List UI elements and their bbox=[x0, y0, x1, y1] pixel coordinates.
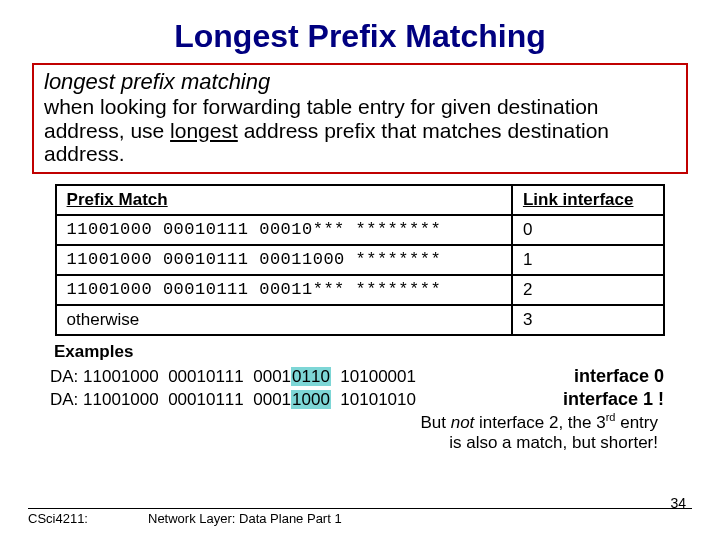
note-line2: is also a match, but shorter! bbox=[449, 433, 658, 452]
slide-footer: CSci4211: Network Layer: Data Plane Part… bbox=[28, 508, 692, 526]
note-ital: not bbox=[451, 413, 475, 432]
note-line1: But not interface 2, the 3rd entry bbox=[420, 413, 658, 432]
iface-cell: 0 bbox=[512, 215, 665, 245]
note-sup: rd bbox=[606, 412, 616, 424]
example-row: DA: 11001000 00010111 00010110 10100001 … bbox=[50, 366, 692, 387]
example-bits-pre: 11001000 00010111 0001 bbox=[83, 390, 291, 409]
iface-cell: 3 bbox=[512, 305, 665, 335]
definition-box: longest prefix matching when looking for… bbox=[32, 63, 688, 174]
example-bits-post: 10101010 bbox=[331, 390, 416, 409]
table-header-row: Prefix Match Link interface bbox=[56, 185, 665, 215]
example-highlight: 1000 bbox=[291, 390, 331, 409]
footer-page-number: 34 bbox=[670, 495, 686, 511]
prefix-cell: 11001000 00010111 00011000 ******** bbox=[56, 245, 512, 275]
footer-center: Network Layer: Data Plane Part 1 bbox=[148, 511, 342, 526]
example-da: DA: 11001000 00010111 00010110 10100001 bbox=[50, 367, 416, 387]
example-answer: interface 0 bbox=[574, 366, 692, 387]
table-row: 11001000 00010111 00010*** ******** 0 bbox=[56, 215, 665, 245]
example-bits-pre: 11001000 00010111 0001 bbox=[83, 367, 291, 386]
note-post: interface 2, the 3 bbox=[474, 413, 605, 432]
table-row: 11001000 00010111 00011*** ******** 2 bbox=[56, 275, 665, 305]
table-row: otherwise 3 bbox=[56, 305, 665, 335]
definition-body: when looking for forwarding table entry … bbox=[44, 95, 676, 166]
example-highlight: 0110 bbox=[291, 367, 331, 386]
example-label: DA: bbox=[50, 390, 83, 409]
prefix-cell: otherwise bbox=[56, 305, 512, 335]
definition-heading: longest prefix matching bbox=[44, 69, 676, 95]
example-bits-post: 10100001 bbox=[331, 367, 416, 386]
iface-cell: 1 bbox=[512, 245, 665, 275]
footer-left: CSci4211: bbox=[28, 511, 88, 526]
iface-cell: 2 bbox=[512, 275, 665, 305]
note-end: entry bbox=[615, 413, 658, 432]
examples-label: Examples bbox=[54, 342, 692, 362]
definition-body-emph: longest bbox=[170, 119, 238, 142]
footnote: But not interface 2, the 3rd entry is al… bbox=[28, 412, 692, 453]
table-row: 11001000 00010111 00011000 ******** 1 bbox=[56, 245, 665, 275]
table-header-iface: Link interface bbox=[512, 185, 665, 215]
example-da: DA: 11001000 00010111 00011000 10101010 bbox=[50, 390, 416, 410]
example-row: DA: 11001000 00010111 00011000 10101010 … bbox=[50, 389, 692, 410]
example-answer: interface 1 ! bbox=[563, 389, 692, 410]
note-pre: But bbox=[420, 413, 450, 432]
example-label: DA: bbox=[50, 367, 83, 386]
slide-title: Longest Prefix Matching bbox=[28, 18, 692, 55]
table-header-prefix: Prefix Match bbox=[56, 185, 512, 215]
prefix-table: Prefix Match Link interface 11001000 000… bbox=[55, 184, 666, 336]
prefix-cell: 11001000 00010111 00010*** ******** bbox=[56, 215, 512, 245]
prefix-cell: 11001000 00010111 00011*** ******** bbox=[56, 275, 512, 305]
